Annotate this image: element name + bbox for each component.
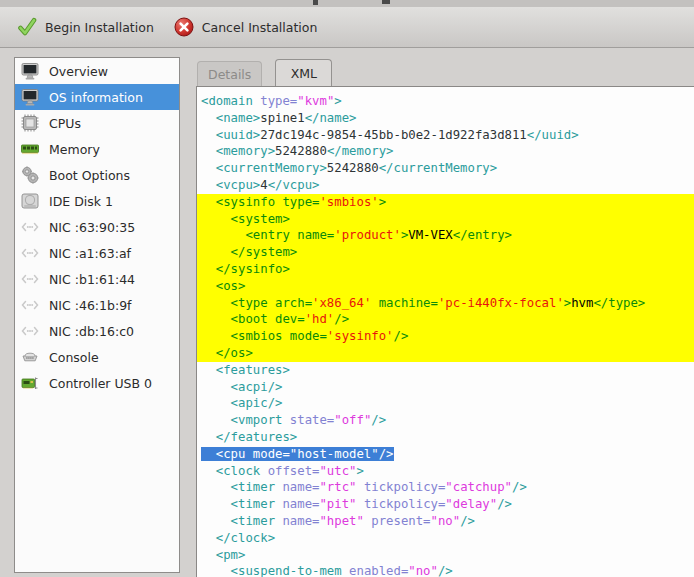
- memory-icon: [20, 139, 40, 159]
- sidebar-item-label: NIC :b1:61:44: [49, 272, 135, 287]
- nic-icon: [20, 217, 40, 237]
- xml-line[interactable]: <entry name='product'>VM-VEX</entry>: [197, 227, 694, 244]
- sidebar-item-boot-options[interactable]: Boot Options: [15, 162, 179, 188]
- xml-line[interactable]: <suspend-to-mem enabled="no"/>: [201, 563, 694, 577]
- sidebar-item-label: Memory: [49, 142, 100, 157]
- sidebar-item-nic-db-16-c0[interactable]: NIC :db:16:c0: [15, 318, 179, 344]
- usb-icon: [20, 373, 40, 393]
- sidebar-item-label: Boot Options: [49, 168, 130, 183]
- xml-line[interactable]: <currentMemory>5242880</currentMemory>: [201, 160, 694, 177]
- xml-line[interactable]: <uuid>27dc194c-9854-45bb-b0e2-1d922fa3d8…: [201, 127, 694, 144]
- monitor-icon: [20, 87, 40, 107]
- xml-line[interactable]: <pm>: [201, 547, 694, 564]
- begin-installation-button[interactable]: Begin Installation: [11, 11, 160, 43]
- cancel-installation-label: Cancel Installation: [202, 20, 318, 35]
- xml-line[interactable]: <features>: [201, 362, 694, 379]
- xml-line[interactable]: <memory>5242880</memory>: [201, 143, 694, 160]
- xml-line[interactable]: <boot dev='hd'/>: [197, 311, 694, 328]
- xml-line[interactable]: <vcpu>4</vcpu>: [201, 177, 694, 194]
- sidebar-item-label: NIC :db:16:c0: [49, 324, 134, 339]
- sidebar-item-nic-46-1b-9f[interactable]: NIC :46:1b:9f: [15, 292, 179, 318]
- xml-line[interactable]: <timer name="rtc" tickpolicy="catchup"/>: [201, 479, 694, 496]
- xml-line[interactable]: </features>: [201, 429, 694, 446]
- sidebar-item-label: NIC :46:1b:9f: [49, 298, 132, 313]
- tab-xml[interactable]: XML: [275, 59, 332, 86]
- window-title-remnant: [382, 0, 390, 4]
- sidebar-item-overview[interactable]: Overview: [15, 58, 179, 84]
- xml-line[interactable]: <apic/>: [201, 395, 694, 412]
- xml-line[interactable]: <clock offset="utc">: [201, 463, 694, 480]
- cancel-installation-button[interactable]: Cancel Installation: [168, 11, 324, 43]
- sidebar-item-memory[interactable]: Memory: [15, 136, 179, 162]
- xml-line[interactable]: </os>: [197, 345, 694, 362]
- xml-line[interactable]: <acpi/>: [201, 379, 694, 396]
- nic-icon: [20, 321, 40, 341]
- tab-bar: DetailsXML: [197, 59, 345, 86]
- cpu-icon: [20, 113, 40, 133]
- xml-line[interactable]: <name>spine1</name>: [201, 110, 694, 127]
- xml-line[interactable]: <smbios mode='sysinfo'/>: [197, 328, 694, 345]
- xml-line[interactable]: <domain type="kvm">: [201, 93, 694, 110]
- nic-icon: [20, 295, 40, 315]
- window-title-remnant: [313, 0, 318, 5]
- sidebar-item-label: Console: [49, 350, 99, 365]
- xml-line[interactable]: <timer name="hpet" present="no"/>: [201, 513, 694, 530]
- sidebar-item-label: NIC :a1:63:af: [49, 246, 131, 261]
- xml-editor[interactable]: <domain type="kvm"> <name>spine1</name> …: [196, 86, 694, 577]
- xml-line[interactable]: <vmport state="off"/>: [201, 412, 694, 429]
- toolbar: Begin Installation Cancel Installation: [0, 7, 694, 48]
- sidebar-item-os-information[interactable]: OS information: [15, 84, 179, 110]
- sidebar-item-label: IDE Disk 1: [49, 194, 113, 209]
- cancel-circle-icon: [174, 17, 194, 37]
- xml-selected-line: <cpu mode="host-model"/>: [201, 447, 394, 461]
- xml-line[interactable]: </system>: [197, 244, 694, 261]
- sidebar-item-controller-usb-0[interactable]: Controller USB 0: [15, 370, 179, 396]
- xml-line[interactable]: <cpu mode="host-model"/>: [201, 446, 694, 463]
- sidebar-item-nic-a1-63-af[interactable]: NIC :a1:63:af: [15, 240, 179, 266]
- xml-line[interactable]: <os>: [197, 278, 694, 295]
- xml-line[interactable]: </sysinfo>: [197, 261, 694, 278]
- sidebar-item-nic-b1-61-44[interactable]: NIC :b1:61:44: [15, 266, 179, 292]
- tab-details[interactable]: Details: [197, 61, 262, 86]
- xml-line[interactable]: </clock>: [201, 530, 694, 547]
- nic-icon: [20, 269, 40, 289]
- monitor-icon: [20, 61, 40, 81]
- disk-icon: [20, 191, 40, 211]
- begin-installation-label: Begin Installation: [45, 20, 154, 35]
- sidebar-item-label: CPUs: [49, 116, 81, 131]
- xml-line[interactable]: <type arch='x86_64' machine='pc-i440fx-f…: [197, 295, 694, 312]
- gears-icon: [20, 165, 40, 185]
- titlebar-strip: [0, 0, 694, 7]
- xml-line[interactable]: <sysinfo type='smbios'>: [197, 194, 694, 211]
- nic-icon: [20, 243, 40, 263]
- xml-line[interactable]: <system>: [197, 211, 694, 228]
- sidebar-item-label: Overview: [49, 64, 108, 79]
- checkmark-icon: [17, 17, 37, 37]
- sidebar-list: OverviewOS informationCPUsMemoryBoot Opt…: [14, 57, 180, 573]
- sidebar-item-label: OS information: [49, 90, 143, 105]
- sidebar-item-cpus[interactable]: CPUs: [15, 110, 179, 136]
- sidebar-item-ide-disk-1[interactable]: IDE Disk 1: [15, 188, 179, 214]
- xml-line[interactable]: <timer name="pit" tickpolicy="delay"/>: [201, 496, 694, 513]
- sidebar-item-nic-63-90-35[interactable]: NIC :63:90:35: [15, 214, 179, 240]
- sidebar-item-console[interactable]: Console: [15, 344, 179, 370]
- sidebar-item-label: NIC :63:90:35: [49, 220, 135, 235]
- sidebar-item-label: Controller USB 0: [49, 376, 152, 391]
- console-icon: [20, 347, 40, 367]
